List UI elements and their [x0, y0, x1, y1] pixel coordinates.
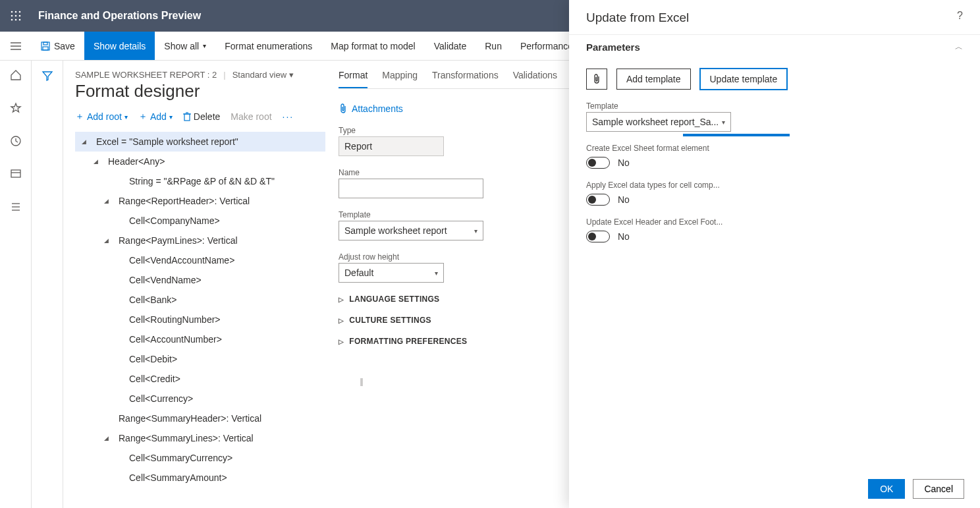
run-button[interactable]: Run	[476, 32, 511, 60]
svg-point-8	[19, 19, 21, 21]
ok-button[interactable]: OK	[868, 479, 905, 499]
chevron-down-icon: ▾	[435, 269, 438, 277]
tree-label: Cell<SummaryCurrency>	[129, 453, 232, 463]
save-icon	[41, 42, 50, 51]
attachment-button[interactable]	[586, 69, 607, 90]
row-height-select[interactable]: Default▾	[339, 263, 444, 283]
delete-button[interactable]: Delete	[183, 111, 220, 122]
tree-row[interactable]: Cell<VendAccountName>	[75, 250, 325, 270]
tree-row[interactable]: Cell<Bank>	[75, 290, 325, 310]
apply-types-toggle[interactable]	[586, 194, 610, 206]
plus-icon: ＋	[75, 111, 84, 123]
slideover-title: Update from Excel	[586, 11, 689, 25]
chevron-down-icon: ▾	[722, 119, 725, 126]
add-template-button[interactable]: Add template	[616, 69, 691, 90]
svg-rect-23	[184, 114, 190, 121]
tree-row[interactable]: Cell<VendName>	[75, 270, 325, 290]
template-select[interactable]: Sample worksheet report▾	[339, 221, 483, 240]
update-from-excel-panel: Update from Excel ? Parameters ︿ Add tem…	[569, 0, 980, 508]
tree-row[interactable]: ◢Range<SummaryLines>: Vertical	[75, 428, 325, 448]
tree-row[interactable]: ◢Header<Any>	[75, 152, 325, 171]
tree-label: Cell<AccountNumber>	[129, 334, 222, 345]
chevron-down-icon: ▾	[474, 227, 477, 235]
tree-row[interactable]: Cell<SummaryCurrency>	[75, 448, 325, 468]
column-splitter[interactable]	[360, 377, 364, 386]
svg-rect-15	[43, 42, 47, 45]
validate-button[interactable]: Validate	[425, 32, 476, 60]
home-icon[interactable]	[5, 65, 26, 86]
help-icon[interactable]: ?	[957, 10, 963, 22]
filter-icon[interactable]	[41, 70, 53, 82]
tree-row[interactable]: Cell<CompanyName>	[75, 211, 325, 231]
chevron-right-icon: ▷	[339, 296, 344, 303]
svg-rect-18	[11, 170, 20, 177]
tree-caret-icon[interactable]: ◢	[82, 138, 91, 145]
tree-row[interactable]: Cell<Currency>	[75, 389, 325, 409]
update-header-label: Update Excel Header and Excel Foot...	[586, 217, 963, 227]
tree-caret-icon[interactable]: ◢	[94, 158, 103, 165]
chevron-down-icon: ▾	[203, 42, 206, 49]
tree-label: Cell<SummaryAmount>	[129, 472, 227, 483]
chevron-down-icon: ▾	[124, 113, 128, 121]
tree-label: Cell<Bank>	[129, 295, 177, 305]
tree-row[interactable]: ◢Range<PaymLines>: Vertical	[75, 231, 325, 250]
tree-row[interactable]: Range<SummaryHeader>: Vertical	[75, 409, 325, 428]
create-sheet-label: Create Excel Sheet format element	[586, 144, 963, 153]
update-template-button[interactable]: Update template	[700, 69, 788, 90]
create-sheet-toggle[interactable]	[586, 157, 610, 169]
tree-row[interactable]: Cell<RoutingNumber>	[75, 310, 325, 329]
show-details-label: Show details	[94, 41, 146, 51]
tree-caret-icon[interactable]: ◢	[104, 237, 113, 244]
tree-row[interactable]: Cell<Credit>	[75, 369, 325, 389]
svg-point-4	[15, 15, 17, 17]
svg-point-0	[11, 11, 13, 13]
format-enumerations-button[interactable]: Format enumerations	[215, 32, 321, 60]
breadcrumb-report: SAMPLE WORKSHEET REPORT : 2	[75, 70, 217, 80]
tree-row[interactable]: Cell<Debit>	[75, 349, 325, 369]
update-template-underline	[683, 134, 790, 136]
parameters-section-title: Parameters	[586, 42, 640, 53]
workspace-icon[interactable]	[5, 163, 26, 184]
favorites-icon[interactable]	[5, 98, 26, 119]
show-details-button[interactable]: Show details	[84, 32, 155, 60]
tree-caret-icon[interactable]: ◢	[104, 435, 113, 441]
panel-template-label: Template	[586, 101, 963, 111]
tab-mapping[interactable]: Mapping	[382, 70, 418, 88]
show-all-button[interactable]: Show all ▾	[155, 32, 215, 60]
cancel-button[interactable]: Cancel	[913, 479, 964, 499]
left-nav-rail	[0, 61, 32, 508]
svg-point-2	[19, 11, 21, 13]
hamburger-menu-icon[interactable]	[0, 32, 32, 60]
show-all-label: Show all	[164, 41, 199, 51]
map-format-button[interactable]: Map format to model	[321, 32, 424, 60]
tree-row[interactable]: ◢Range<ReportHeader>: Vertical	[75, 191, 325, 211]
chevron-down-icon: ▾	[169, 113, 173, 121]
app-launcher-icon[interactable]	[0, 11, 32, 21]
tab-validations[interactable]: Validations	[513, 70, 557, 88]
name-field[interactable]	[339, 179, 483, 198]
tab-format[interactable]: Format	[339, 70, 368, 88]
tree-row[interactable]: Cell<SummaryAmount>	[75, 468, 325, 488]
save-button[interactable]: Save	[32, 32, 84, 60]
svg-point-5	[19, 15, 21, 17]
add-button[interactable]: ＋ Add ▾	[138, 111, 173, 123]
tree-label: Cell<Credit>	[129, 374, 180, 384]
filter-column	[32, 61, 63, 508]
modules-icon[interactable]	[5, 196, 26, 217]
tree-row[interactable]: ◢Excel = "Sample worksheet report"	[75, 132, 325, 152]
update-header-value: No	[618, 231, 630, 242]
recent-icon[interactable]	[5, 130, 26, 152]
view-dropdown[interactable]: Standard view ▾	[232, 70, 294, 80]
add-root-button[interactable]: ＋ Add root ▾	[75, 111, 128, 123]
chevron-up-icon[interactable]: ︿	[955, 42, 963, 53]
svg-point-3	[11, 15, 13, 17]
update-header-toggle[interactable]	[586, 231, 610, 242]
tab-transformations[interactable]: Transformations	[432, 70, 499, 88]
tree-caret-icon[interactable]: ◢	[104, 198, 113, 204]
tree-row[interactable]: String = "&RPage &P of &N &D &T"	[75, 171, 325, 191]
tree-row[interactable]: Cell<AccountNumber>	[75, 329, 325, 349]
more-actions-button[interactable]: ···	[283, 111, 294, 122]
tree-label: Excel = "Sample worksheet report"	[96, 136, 238, 147]
panel-template-select[interactable]: Sample worksheet report_Sa...▾	[586, 112, 731, 132]
save-label: Save	[54, 41, 75, 51]
